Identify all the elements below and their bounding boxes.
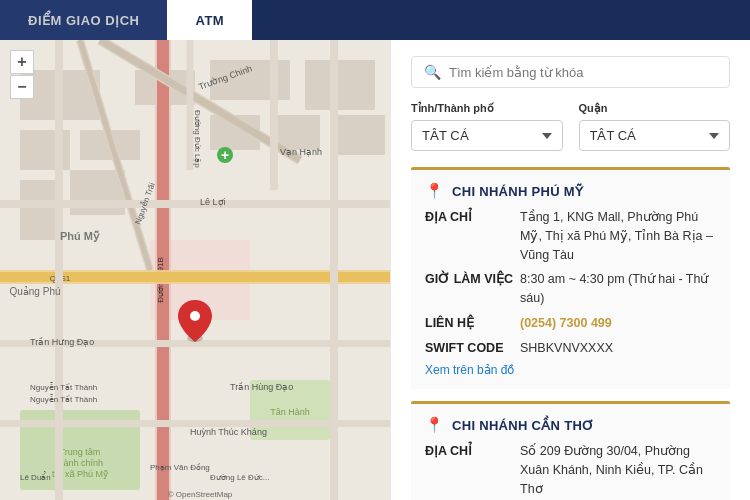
map-placeholder: Trung tâm Hành chính thị xã Phú Mỹ Tân H… bbox=[0, 40, 390, 500]
svg-text:Nguyễn Tất Thành: Nguyễn Tất Thành bbox=[30, 382, 97, 392]
branch-hours-row-phu-my: GIỜ LÀM VIỆC 8:30 am ~ 4:30 pm (Thứ hai … bbox=[425, 270, 716, 308]
svg-text:Trần Hưng Đạo: Trần Hưng Đạo bbox=[30, 337, 94, 347]
filters-row: Tỉnh/Thành phố TẤT CẢ Quận TẤT CẢ bbox=[411, 102, 730, 151]
branch-swift-row-phu-my: SWIFT CODE SHBKVNVXXXX bbox=[425, 339, 716, 358]
zoom-out-button[interactable]: − bbox=[10, 75, 34, 99]
svg-text:Quảng Phú: Quảng Phú bbox=[9, 286, 60, 297]
search-input[interactable] bbox=[449, 65, 717, 80]
branch-title-row-can-tho: 📍 CHI NHÁNH CẦN THƠ bbox=[425, 416, 716, 434]
branch-title-row-phu-my: 📍 CHI NHÁNH PHÚ MỸ bbox=[425, 182, 716, 200]
search-icon: 🔍 bbox=[424, 64, 441, 80]
svg-text:Đường Lê Đức...: Đường Lê Đức... bbox=[210, 473, 269, 482]
svg-text:+: + bbox=[221, 147, 229, 163]
branch-contact-row-phu-my: LIÊN HỆ (0254) 7300 499 bbox=[425, 314, 716, 333]
svg-text:Trần Hùng Đạo: Trần Hùng Đạo bbox=[230, 382, 293, 392]
district-filter-group: Quận TẤT CẢ bbox=[579, 102, 731, 151]
svg-rect-32 bbox=[270, 40, 278, 190]
svg-text:© OpenStreetMap: © OpenStreetMap bbox=[168, 490, 233, 499]
svg-text:Đường Đức Lập: Đường Đức Lập bbox=[193, 110, 202, 168]
branch-address-value-phu-my: Tầng 1, KNG Mall, Phường Phú Mỹ, Thị xã … bbox=[520, 208, 716, 264]
tab-atm-label: ATM bbox=[195, 13, 224, 28]
branch-address-label-phu-my: ĐỊA CHỈ bbox=[425, 208, 520, 264]
svg-rect-9 bbox=[305, 60, 375, 110]
right-panel: 🔍 Tỉnh/Thành phố TẤT CẢ Quận TẤT CẢ 📍 bbox=[390, 40, 750, 500]
map-section: Trung tâm Hành chính thị xã Phú Mỹ Tân H… bbox=[0, 40, 390, 500]
svg-text:Phạm Văn Đồng: Phạm Văn Đồng bbox=[150, 463, 210, 472]
svg-text:Lê Duẩn: Lê Duẩn bbox=[20, 471, 51, 482]
svg-rect-6 bbox=[70, 170, 125, 215]
tab-diem-giao-dich[interactable]: ĐIỂM GIAO DỊCH bbox=[0, 0, 167, 40]
branch-pin-icon-can-tho: 📍 bbox=[425, 416, 444, 434]
svg-text:Phú Mỹ: Phú Mỹ bbox=[60, 230, 100, 242]
svg-text:Huỳnh Thúc Kháng: Huỳnh Thúc Kháng bbox=[190, 427, 267, 437]
branch-pin-icon-phu-my: 📍 bbox=[425, 182, 444, 200]
branch-contact-value-phu-my: (0254) 7300 499 bbox=[520, 314, 612, 333]
province-filter-group: Tỉnh/Thành phố TẤT CẢ bbox=[411, 102, 563, 151]
svg-rect-5 bbox=[20, 180, 60, 240]
search-bar: 🔍 bbox=[411, 56, 730, 88]
svg-rect-12 bbox=[330, 115, 385, 155]
svg-point-49 bbox=[190, 311, 200, 321]
svg-text:Tân Hành: Tân Hành bbox=[270, 407, 310, 417]
branch-swift-label-phu-my: SWIFT CODE bbox=[425, 339, 520, 358]
svg-text:Vạn Hạnh: Vạn Hạnh bbox=[280, 147, 322, 157]
branch-address-label-can-tho: ĐỊA CHỈ bbox=[425, 442, 520, 498]
branch-hours-label-phu-my: GIỜ LÀM VIỆC bbox=[425, 270, 520, 308]
branch-address-row-can-tho: ĐỊA CHỈ Số 209 Đường 30/04, Phường Xuân … bbox=[425, 442, 716, 498]
branch-hours-value-phu-my: 8:30 am ~ 4:30 pm (Thứ hai - Thứ sáu) bbox=[520, 270, 716, 308]
branch-map-link-phu-my[interactable]: Xem trên bản đồ bbox=[425, 363, 716, 377]
svg-rect-36 bbox=[330, 40, 338, 500]
branch-name-can-tho: CHI NHÁNH CẦN THƠ bbox=[452, 418, 594, 433]
branch-card-can-tho: 📍 CHI NHÁNH CẦN THƠ ĐỊA CHỈ Số 209 Đường… bbox=[411, 401, 730, 500]
branch-contact-label-phu-my: LIÊN HỆ bbox=[425, 314, 520, 333]
svg-text:Trung tâm: Trung tâm bbox=[60, 447, 101, 457]
tab-atm[interactable]: ATM bbox=[167, 0, 252, 40]
main-content: Trung tâm Hành chính thị xã Phú Mỹ Tân H… bbox=[0, 40, 750, 500]
branch-address-row-phu-my: ĐỊA CHỈ Tầng 1, KNG Mall, Phường Phú Mỹ,… bbox=[425, 208, 716, 264]
tab-bar: ĐIỂM GIAO DỊCH ATM bbox=[0, 0, 750, 40]
map-controls: + − bbox=[10, 50, 34, 99]
svg-text:Lê Lợi: Lê Lợi bbox=[200, 197, 226, 207]
branch-card-phu-my: 📍 CHI NHÁNH PHÚ MỸ ĐỊA CHỈ Tầng 1, KNG M… bbox=[411, 167, 730, 389]
zoom-in-button[interactable]: + bbox=[10, 50, 34, 74]
province-filter-select[interactable]: TẤT CẢ bbox=[411, 120, 563, 151]
svg-text:Nguyễn Tất Thành: Nguyễn Tất Thành bbox=[30, 394, 97, 404]
svg-rect-26 bbox=[55, 40, 63, 500]
district-filter-select[interactable]: TẤT CẢ bbox=[579, 120, 731, 151]
branch-address-value-can-tho: Số 209 Đường 30/04, Phường Xuân Khánh, N… bbox=[520, 442, 716, 498]
map-svg: Trung tâm Hành chính thị xã Phú Mỹ Tân H… bbox=[0, 40, 390, 500]
branch-swift-value-phu-my: SHBKVNVXXXX bbox=[520, 339, 613, 358]
svg-text:Hành chính: Hành chính bbox=[57, 458, 103, 468]
branch-name-phu-my: CHI NHÁNH PHÚ MỸ bbox=[452, 184, 583, 199]
tab-diem-giao-dich-label: ĐIỂM GIAO DỊCH bbox=[28, 13, 139, 28]
province-filter-label: Tỉnh/Thành phố bbox=[411, 102, 563, 115]
district-filter-label: Quận bbox=[579, 102, 731, 115]
